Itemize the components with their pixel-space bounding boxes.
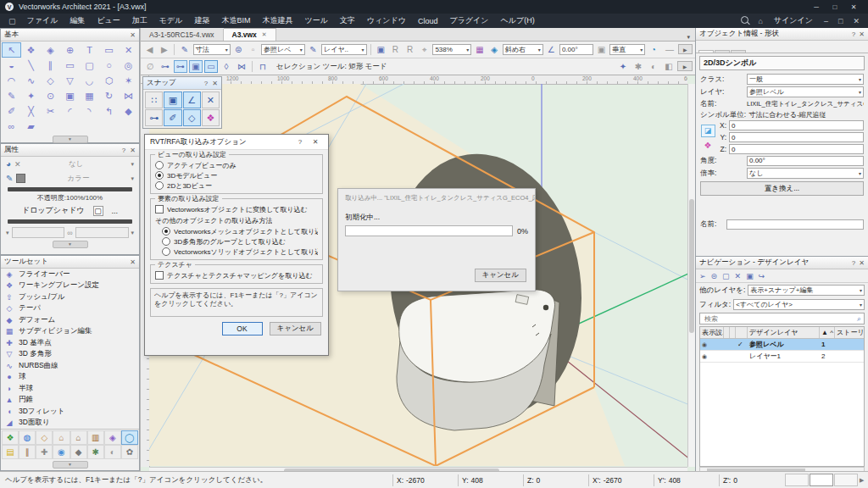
column-story[interactable]: ストーリ xyxy=(835,327,864,338)
basic-tool-icon[interactable]: ◎ xyxy=(119,58,138,73)
snap-toggle-button[interactable]: ∠ xyxy=(183,92,201,108)
filter-dropdown[interactable]: <すべてのレイヤ> xyxy=(733,299,865,310)
basic-tool-icon[interactable]: ∿ xyxy=(21,73,41,88)
basic-tool-icon[interactable]: ⋈ xyxy=(119,88,138,103)
object-info-tab[interactable] xyxy=(715,50,730,53)
basic-tool-icon[interactable]: ∞ xyxy=(2,119,21,134)
working-plane-icon[interactable]: ▣ xyxy=(595,43,608,56)
dim-style-dropdown[interactable]: 寸法 xyxy=(193,44,231,55)
line-thickness-preview[interactable] xyxy=(8,187,132,191)
radio-icon[interactable] xyxy=(155,161,164,169)
radio-option[interactable]: アクティブビューのみ xyxy=(155,160,318,170)
radio-option[interactable]: 2Dと3Dビュー xyxy=(155,180,318,191)
radio-icon[interactable] xyxy=(162,247,170,256)
basic-tool-icon[interactable]: ⊙ xyxy=(41,88,60,103)
opacity-dropdown-icon[interactable]: ◧ xyxy=(662,60,676,73)
toolset-category-icon[interactable]: ▤ xyxy=(2,445,19,459)
radio-icon[interactable] xyxy=(162,227,170,236)
mdi-restore-button[interactable]: □ xyxy=(833,17,848,25)
layer-search-box[interactable]: ⌕ xyxy=(699,313,865,324)
saved-views-icon[interactable]: ⊜ xyxy=(232,43,245,56)
link-icon[interactable]: ∞ xyxy=(67,229,72,237)
toolset-tool-item[interactable]: ◈ フライオーバー xyxy=(1,269,139,280)
scale-dropdown[interactable]: なし xyxy=(747,168,864,179)
fill-none-icon[interactable]: ✕ xyxy=(14,160,21,169)
menu-item[interactable]: ヘルプ(H) xyxy=(495,14,541,28)
cancel-button[interactable]: キャンセル xyxy=(270,322,322,336)
tab-a3-active[interactable]: A3.vwx ✕ xyxy=(224,28,276,41)
navigation-mode-icon[interactable]: ➢ xyxy=(699,272,706,280)
lasso-mode-icon[interactable]: ◊ xyxy=(220,60,233,73)
help-icon[interactable]: ? xyxy=(292,138,308,146)
angle-input[interactable] xyxy=(747,156,864,166)
layer-dropdown[interactable]: 参照レベル xyxy=(747,86,864,97)
basic-tool-icon[interactable]: ▣ xyxy=(60,88,80,103)
render-mode-icon[interactable]: ◔ xyxy=(647,43,659,56)
reference-level-dropdown[interactable]: 参照レベ xyxy=(261,44,305,55)
basic-tool-icon[interactable]: ▽ xyxy=(60,73,80,88)
toolset-category-icon[interactable]: ✚ xyxy=(36,445,53,459)
basic-tool-icon[interactable]: ▭ xyxy=(60,58,80,73)
menu-item[interactable]: 編集 xyxy=(64,14,91,28)
texture-dropdown-icon[interactable]: ◐ xyxy=(647,60,660,73)
search-icon[interactable]: ⌕ xyxy=(857,314,861,324)
render-icon-2[interactable]: R xyxy=(403,43,416,56)
menu-item[interactable]: 木造BIM xyxy=(215,14,256,28)
toolset-tool-item[interactable]: ◇ テーパ xyxy=(1,303,139,315)
layer-row[interactable]: ◉ ✓ 参照レベル 1 xyxy=(700,339,864,351)
toolset-tool-item[interactable]: ◗ 半球 xyxy=(1,383,139,395)
help-icon[interactable]: ? xyxy=(852,30,855,38)
class-dropdown[interactable]: 一般 xyxy=(747,74,864,85)
radio-icon[interactable] xyxy=(162,237,170,246)
toolset-tool-item[interactable]: ● 球 xyxy=(1,372,139,384)
toolset-category-icon[interactable]: ✱ xyxy=(87,445,104,459)
tab-close-icon[interactable]: ✕ xyxy=(262,31,267,38)
multi-view-icon[interactable]: ▦ xyxy=(473,43,486,56)
rectangle-mode-icon[interactable]: ▭ xyxy=(204,60,218,73)
basic-tool-icon[interactable]: ▦ xyxy=(80,88,99,103)
minimize-toolbar-icon[interactable]: — xyxy=(663,43,676,56)
basic-tool-icon[interactable]: ↖ xyxy=(2,42,21,58)
column-visibility[interactable]: 表示設.. xyxy=(700,327,724,338)
palette-collapse-button[interactable]: ▼ xyxy=(53,241,88,248)
basic-tool-icon[interactable]: ◜ xyxy=(60,103,80,119)
symbol-3d-icon[interactable]: ❖ xyxy=(702,140,715,151)
modebar-overflow-button[interactable]: ▶ xyxy=(677,61,693,71)
basic-tool-icon[interactable]: ◡ xyxy=(80,73,99,88)
basic-tool-icon[interactable]: ▰ xyxy=(21,119,41,134)
symbol-2d-icon[interactable]: ◪ xyxy=(701,125,715,137)
menu-item[interactable]: 文字 xyxy=(334,14,361,28)
close-icon[interactable]: ✕ xyxy=(130,147,136,154)
other-layers-dropdown[interactable]: 表示+スナップ+編集 xyxy=(748,285,865,296)
close-button[interactable]: ✕ xyxy=(844,1,863,13)
x-coordinate-input[interactable] xyxy=(729,120,864,130)
basic-tool-icon[interactable]: ✂ xyxy=(41,103,60,119)
basic-tool-icon[interactable]: ◝ xyxy=(80,103,99,119)
mdi-minimize-button[interactable]: ‒ xyxy=(819,17,833,25)
toolset-tool-item[interactable]: ▲ 円錐 xyxy=(1,395,139,407)
tool-settings-icon[interactable]: ✦ xyxy=(616,60,630,73)
basic-tool-icon[interactable]: T xyxy=(80,42,99,58)
opacity-label[interactable]: 不透明度:100%/100% xyxy=(1,193,139,203)
navigation-mode-icon[interactable]: ▢ xyxy=(722,272,730,280)
chevron-down-icon[interactable]: ▾ xyxy=(131,230,135,236)
help-icon[interactable]: ? xyxy=(204,80,208,87)
basic-tool-icon[interactable]: ↰ xyxy=(99,103,119,119)
help-icon[interactable]: ? xyxy=(122,147,125,154)
navigation-mode-icon[interactable]: ✕ xyxy=(735,272,742,280)
basic-tool-icon[interactable]: ▭ xyxy=(99,42,119,58)
layer-options-icon[interactable]: ✎ xyxy=(307,43,320,56)
toolset-tool-item[interactable]: ▽ 3D 多角形 xyxy=(1,349,139,361)
basic-tool-icon[interactable]: ◒ xyxy=(2,58,21,73)
checkbox-icon[interactable] xyxy=(155,205,164,214)
basic-tool-icon[interactable]: ▢ xyxy=(80,58,99,73)
search-icon[interactable] xyxy=(736,16,754,25)
home-icon[interactable]: ⌂ xyxy=(754,17,768,25)
radio-option[interactable]: 3Dモデルビュー xyxy=(155,170,318,180)
menu-item[interactable]: プラグイン xyxy=(443,14,494,28)
basic-tool-icon[interactable]: ❖ xyxy=(21,42,41,58)
dialog-titlebar[interactable]: RVT/RFA取り込みオプション ? ✕ xyxy=(145,135,328,150)
toolset-palette-titlebar[interactable]: ツールセット ✕ xyxy=(1,256,139,269)
snap-toggle-button[interactable]: ❖ xyxy=(202,109,220,126)
dropshadow-more-button[interactable]: ... xyxy=(112,207,119,215)
